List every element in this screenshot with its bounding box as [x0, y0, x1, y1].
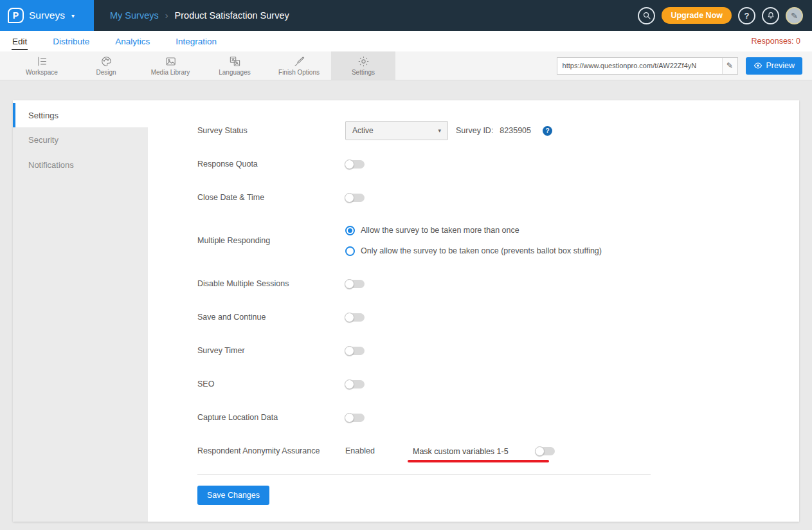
questionpro-logo-icon: P: [8, 8, 24, 23]
close-date-time-toggle[interactable]: [345, 194, 365, 202]
page-title: Product Satisfaction Survey: [175, 10, 289, 21]
search-button[interactable]: [638, 7, 655, 24]
survey-url-input[interactable]: [557, 62, 722, 69]
product-switcher[interactable]: P Surveys ▾: [0, 0, 94, 31]
seo-toggle[interactable]: [345, 380, 365, 388]
capture-location-data-toggle[interactable]: [345, 414, 365, 422]
toolbar-item-workspace[interactable]: Workspace: [10, 51, 74, 80]
eye-icon: [753, 62, 762, 69]
radio-checked-icon[interactable]: [345, 226, 355, 235]
tab-distribute[interactable]: Distribute: [52, 33, 90, 50]
mask-custom-variables: Mask custom variables 1-5: [413, 445, 509, 457]
toolbar-item-label: Languages: [219, 69, 251, 76]
setting-label: Capture Location Data: [197, 413, 345, 422]
survey-id-value: 8235905: [500, 126, 531, 135]
save-and-continue-toggle[interactable]: [345, 313, 365, 322]
help-button[interactable]: ?: [738, 7, 755, 24]
toolbar-item-label: Workspace: [26, 69, 58, 76]
setting-row-multiple-responding: Multiple Responding Allow the survey to …: [197, 214, 651, 267]
pencil-icon: ✎: [726, 61, 733, 70]
setting-row-respondent-anonymity: Respondent Anonymity Assurance Enabled M…: [197, 434, 651, 468]
breadcrumb-separator: ›: [165, 10, 168, 21]
tab-analytics[interactable]: Analytics: [114, 33, 150, 50]
radio-option-label: Allow the survey to be taken more than o…: [361, 226, 519, 235]
edit-url-button[interactable]: ✎: [722, 58, 737, 74]
toggle-knob: [345, 279, 354, 289]
breadcrumb: My Surveys › Product Satisfaction Survey: [110, 10, 289, 21]
toolbar-item-finish-options[interactable]: Finish Options: [267, 51, 331, 80]
edit-toolbar: Workspace Design Media Library: [0, 51, 812, 80]
toolbar-item-design[interactable]: Design: [74, 51, 138, 80]
notifications-button[interactable]: [762, 7, 779, 24]
save-row: Save Changes: [197, 486, 651, 505]
survey-timer-toggle[interactable]: [345, 347, 365, 355]
form-divider: [197, 474, 651, 475]
logo-letter: P: [13, 10, 19, 21]
toggle-knob: [345, 413, 354, 423]
setting-row-save-and-continue: Save and Continue: [197, 300, 651, 334]
toolbar-item-media-library[interactable]: Media Library: [138, 51, 203, 80]
radio-option-once-only[interactable]: Only allow the survey to be taken once (…: [345, 241, 602, 261]
setting-label: Disable Multiple Sessions: [197, 279, 345, 288]
chevron-down-icon: ▾: [438, 127, 441, 134]
settings-form: Survey Status Active ▾ Survey ID: 823590…: [148, 100, 799, 522]
toolbar-item-label: Settings: [352, 69, 375, 76]
toolbar-item-languages[interactable]: Languages: [203, 51, 267, 80]
radio-option-label: Only allow the survey to be taken once (…: [361, 246, 602, 255]
sidebar-item-settings[interactable]: Settings: [13, 103, 148, 127]
setting-row-survey-status: Survey Status Active ▾ Survey ID: 823590…: [197, 114, 651, 147]
upgrade-now-button[interactable]: Upgrade Now: [662, 7, 732, 24]
setting-label: Response Quota: [197, 160, 345, 169]
pencil-icon: ✎: [791, 11, 798, 21]
setting-row-seo: SEO: [197, 367, 651, 401]
chevron-down-icon: ▾: [71, 12, 75, 19]
module-bar: Edit Distribute Analytics Integration Re…: [0, 31, 812, 51]
main-content: Settings Security Notifications Survey S…: [0, 80, 812, 522]
sidebar-item-security[interactable]: Security: [13, 127, 148, 152]
radio-unchecked-icon[interactable]: [345, 246, 355, 256]
bell-icon: [766, 11, 775, 20]
product-name: Surveys: [29, 10, 65, 21]
survey-status-select[interactable]: Active ▾: [345, 121, 448, 140]
toolbar-right: ✎ Preview: [557, 51, 812, 80]
search-icon: [642, 11, 651, 20]
setting-label: SEO: [197, 379, 345, 388]
responses-count: Responses: 0: [752, 37, 800, 46]
tab-edit[interactable]: Edit: [12, 33, 28, 50]
toolbar-item-label: Media Library: [151, 69, 190, 76]
survey-url-field: ✎: [557, 57, 738, 75]
breadcrumb-my-surveys[interactable]: My Surveys: [110, 10, 159, 21]
response-quota-toggle[interactable]: [345, 160, 365, 169]
workspace-icon: [36, 55, 48, 68]
sidebar-item-notifications[interactable]: Notifications: [13, 152, 148, 178]
brush-icon: [293, 55, 305, 68]
survey-id-label: Survey ID:: [456, 126, 493, 135]
toolbar-item-settings[interactable]: Settings: [331, 51, 395, 80]
setting-label: Save and Continue: [197, 313, 345, 322]
avatar[interactable]: ✎: [786, 7, 803, 24]
radio-option-multiple-allowed[interactable]: Allow the survey to be taken more than o…: [345, 220, 602, 241]
mask-custom-variables-label: Mask custom variables 1-5: [413, 447, 509, 456]
setting-row-capture-location-data: Capture Location Data: [197, 401, 651, 434]
toggle-knob: [535, 446, 545, 456]
question-mark-icon: ?: [744, 11, 750, 21]
setting-label: Multiple Responding: [197, 236, 345, 245]
disable-multiple-sessions-toggle[interactable]: [345, 280, 365, 288]
setting-row-survey-timer: Survey Timer: [197, 334, 651, 367]
setting-label: Survey Status: [197, 126, 345, 135]
setting-label: Survey Timer: [197, 346, 345, 355]
save-changes-button[interactable]: Save Changes: [197, 486, 269, 505]
toggle-knob: [345, 313, 354, 322]
survey-id-help-icon[interactable]: ?: [543, 126, 552, 136]
sidebar-filler: [13, 178, 148, 522]
setting-label: Close Date & Time: [197, 193, 345, 202]
tab-integration[interactable]: Integration: [175, 33, 217, 50]
survey-status-value: Active: [352, 126, 374, 135]
anonymity-status: Enabled: [345, 446, 413, 455]
setting-row-close-date-time: Close Date & Time: [197, 181, 651, 214]
image-icon: [165, 55, 177, 68]
toolbar-item-label: Design: [96, 69, 116, 76]
toggle-knob: [345, 193, 354, 203]
mask-custom-variables-toggle[interactable]: [536, 447, 555, 455]
preview-button[interactable]: Preview: [746, 57, 802, 75]
